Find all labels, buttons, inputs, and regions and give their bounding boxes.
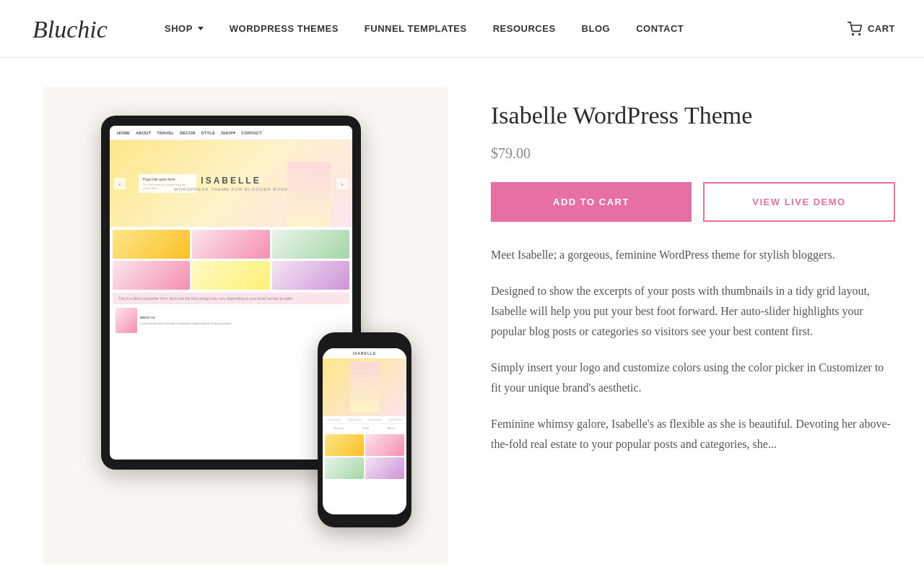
funnel-templates-link[interactable]: FUNNEL TEMPLATES	[352, 23, 480, 34]
grid-cell-6	[272, 261, 349, 290]
grid-cell-5	[192, 261, 269, 290]
phone-hero-person	[350, 362, 379, 413]
nav-links: SHOP WORDPRESS THEMES FUNNEL TEMPLATES R…	[152, 23, 847, 34]
description-paragraph-2: Designed to show the excerpts of your po…	[491, 281, 895, 342]
nav-item-funnel-templates[interactable]: FUNNEL TEMPLATES	[352, 23, 480, 34]
nav-item-contact[interactable]: CONTACT	[623, 23, 697, 34]
nav-item-resources[interactable]: RESOURCES	[480, 23, 569, 34]
phone-shop-bar: Browse Shop About	[323, 424, 406, 432]
product-page: HOME ABOUT TRAVEL DECOR STYLE SHOP▾ CONT…	[0, 58, 924, 578]
description-paragraph-3: Simply insert your logo and customize co…	[491, 358, 895, 398]
main-navigation: Bluchic SHOP WORDPRESS THEMES FUNNEL TEM…	[0, 0, 924, 58]
screen-about: ABOUT US Lorem ipsum dolor sit amet, con…	[110, 304, 352, 337]
contact-link[interactable]: CONTACT	[623, 23, 697, 34]
nav-item-wordpress-themes[interactable]: WORDPRESS THEMES	[217, 23, 352, 34]
phone-grid-cell-3	[325, 457, 364, 479]
phone-screen: ISABELLE Browse Shop About	[323, 348, 406, 514]
cart-link[interactable]: CART	[847, 22, 895, 36]
newsletter-bar: This is a demo newsletter form. Note tha…	[113, 293, 349, 304]
hero-person-image	[287, 162, 331, 227]
shop-link[interactable]: SHOP	[152, 23, 217, 34]
phone-notch	[350, 340, 379, 345]
svg-point-1	[853, 33, 854, 35]
blog-link[interactable]: BLOG	[569, 23, 624, 34]
description-paragraph-4: Feminine whimsy galore, Isabelle's as fl…	[491, 414, 895, 454]
grid-cell-3	[272, 230, 349, 259]
slider-left-arrow[interactable]: ‹	[114, 178, 126, 189]
isabelle-hero: ‹ ISABELLE WORDPRESS THEME FOR BLOGGER B…	[110, 140, 352, 227]
grid-cell-4	[113, 261, 190, 290]
wordpress-themes-link[interactable]: WORDPRESS THEMES	[217, 23, 352, 34]
product-description: Meet Isabelle; a gorgeous, feminine Word…	[491, 245, 895, 454]
add-to-cart-button[interactable]: ADD TO CART	[491, 182, 692, 222]
product-title: Isabelle WordPress Theme	[491, 101, 895, 131]
nav-item-shop[interactable]: SHOP	[152, 23, 217, 34]
phone-hero	[323, 358, 406, 416]
product-image-column: HOME ABOUT TRAVEL DECOR STYLE SHOP▾ CONT…	[43, 87, 448, 564]
svg-point-2	[859, 33, 860, 35]
device-mockup: HOME ABOUT TRAVEL DECOR STYLE SHOP▾ CONT…	[58, 101, 433, 549]
cart-icon	[847, 22, 862, 36]
grid-cell-1	[113, 230, 190, 259]
resources-link[interactable]: RESOURCES	[480, 23, 569, 34]
phone-grid-cell-2	[365, 434, 404, 456]
slider-right-arrow[interactable]: ›	[336, 178, 348, 189]
tablet-screen: HOME ABOUT TRAVEL DECOR STYLE SHOP▾ CONT…	[110, 126, 352, 460]
product-price: $79.00	[491, 145, 895, 162]
product-actions: ADD TO CART VIEW LIVE DEMO	[491, 182, 895, 222]
about-image	[116, 308, 137, 333]
nav-item-blog[interactable]: BLOG	[569, 23, 624, 34]
product-info-column: Isabelle WordPress Theme $79.00 ADD TO C…	[491, 87, 895, 564]
posts-grid	[110, 227, 352, 293]
grid-cell-2	[192, 230, 269, 259]
shop-dropdown-arrow	[198, 27, 204, 30]
view-live-demo-button[interactable]: VIEW LIVE DEMO	[703, 182, 895, 222]
phone-device: ISABELLE Browse Shop About	[318, 332, 411, 527]
description-paragraph-1: Meet Isabelle; a gorgeous, feminine Word…	[491, 245, 895, 265]
hero-title-block: ISABELLE WORDPRESS THEME FOR BLOGGER BOS…	[174, 176, 288, 191]
phone-grid-cell-4	[365, 457, 404, 479]
screen-nav-header: HOME ABOUT TRAVEL DECOR STYLE SHOP▾ CONT…	[110, 126, 352, 140]
phone-grid-cell-1	[325, 434, 364, 456]
phone-screen-nav: ISABELLE	[323, 348, 406, 358]
about-text: ABOUT US Lorem ipsum dolor sit amet, con…	[140, 316, 232, 326]
phone-posts-grid	[323, 432, 406, 481]
phone-nav	[323, 416, 406, 424]
site-logo[interactable]: Bluchic	[29, 7, 123, 50]
svg-text:Bluchic: Bluchic	[32, 16, 108, 43]
